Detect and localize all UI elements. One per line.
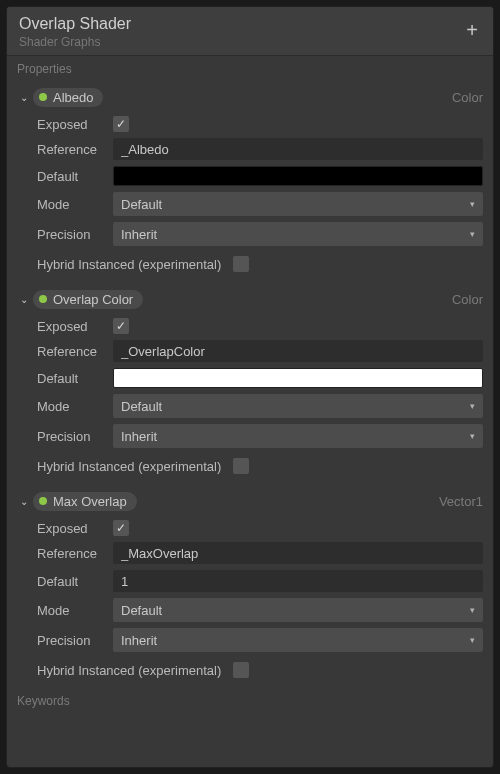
expand-toggle-icon[interactable]: ⌄ [17, 294, 31, 305]
property-row: ModeDefault▾ [37, 192, 483, 216]
property-row: Default [37, 166, 483, 186]
panel-subtitle: Shader Graphs [19, 35, 131, 49]
property-row: Exposed✓ [37, 318, 483, 334]
mode-value: Default [121, 603, 162, 618]
mode-dropdown[interactable]: Default▾ [113, 598, 483, 622]
exposed-checkbox[interactable]: ✓ [113, 520, 129, 536]
color-swatch[interactable] [113, 368, 483, 388]
reference-input[interactable] [113, 138, 483, 160]
row-label: Default [37, 169, 113, 184]
precision-value: Inherit [121, 227, 157, 242]
row-label: Mode [37, 197, 113, 212]
row-label: Mode [37, 399, 113, 414]
color-dot-icon [39, 497, 47, 505]
property-row: Reference [37, 138, 483, 160]
property-header: ⌄Max OverlapVector1 [17, 488, 483, 514]
row-label: Default [37, 371, 113, 386]
chevron-down-icon: ▾ [470, 229, 475, 239]
row-label: Reference [37, 142, 113, 157]
reference-input[interactable] [113, 542, 483, 564]
hybrid-checkbox[interactable] [233, 256, 249, 272]
titlebar: Overlap Shader Shader Graphs + [7, 7, 493, 56]
precision-value: Inherit [121, 429, 157, 444]
expand-toggle-icon[interactable]: ⌄ [17, 496, 31, 507]
mode-dropdown[interactable]: Default▾ [113, 192, 483, 216]
property-name: Albedo [53, 90, 93, 105]
row-label: Precision [37, 227, 113, 242]
hybrid-row: Hybrid Instanced (experimental) [37, 458, 483, 474]
row-label: Reference [37, 344, 113, 359]
reference-input[interactable] [113, 340, 483, 362]
add-button[interactable]: + [463, 21, 481, 39]
property-type: Color [452, 90, 483, 105]
property-block: ⌄Overlap ColorColorExposed✓ReferenceDefa… [7, 282, 493, 474]
row-label: Default [37, 574, 113, 589]
property-block: ⌄Max OverlapVector1Exposed✓ReferenceDefa… [7, 484, 493, 678]
precision-dropdown[interactable]: Inherit▾ [113, 424, 483, 448]
property-name: Max Overlap [53, 494, 127, 509]
shader-panel: Overlap Shader Shader Graphs + Propertie… [6, 6, 494, 768]
property-row: PrecisionInherit▾ [37, 424, 483, 448]
chevron-down-icon: ▾ [470, 605, 475, 615]
precision-dropdown[interactable]: Inherit▾ [113, 222, 483, 246]
mode-value: Default [121, 197, 162, 212]
hybrid-label: Hybrid Instanced (experimental) [37, 663, 221, 678]
chevron-down-icon: ▾ [470, 199, 475, 209]
property-type: Color [452, 292, 483, 307]
property-pill[interactable]: Max Overlap [33, 492, 137, 511]
panel-title: Overlap Shader [19, 15, 131, 33]
hybrid-checkbox[interactable] [233, 458, 249, 474]
property-row: Exposed✓ [37, 116, 483, 132]
chevron-down-icon: ▾ [470, 635, 475, 645]
property-name: Overlap Color [53, 292, 133, 307]
hybrid-row: Hybrid Instanced (experimental) [37, 256, 483, 272]
chevron-down-icon: ▾ [470, 401, 475, 411]
row-label: Exposed [37, 319, 113, 334]
expand-toggle-icon[interactable]: ⌄ [17, 92, 31, 103]
hybrid-row: Hybrid Instanced (experimental) [37, 662, 483, 678]
mode-value: Default [121, 399, 162, 414]
row-label: Exposed [37, 521, 113, 536]
hybrid-label: Hybrid Instanced (experimental) [37, 459, 221, 474]
property-row: PrecisionInherit▾ [37, 222, 483, 246]
row-label: Reference [37, 546, 113, 561]
property-type: Vector1 [439, 494, 483, 509]
property-row: Exposed✓ [37, 520, 483, 536]
color-dot-icon [39, 93, 47, 101]
property-row: Default [37, 368, 483, 388]
property-pill[interactable]: Overlap Color [33, 290, 143, 309]
property-row: Reference [37, 542, 483, 564]
row-label: Mode [37, 603, 113, 618]
exposed-checkbox[interactable]: ✓ [113, 116, 129, 132]
precision-dropdown[interactable]: Inherit▾ [113, 628, 483, 652]
property-block: ⌄AlbedoColorExposed✓ReferenceDefaultMode… [7, 80, 493, 272]
hybrid-label: Hybrid Instanced (experimental) [37, 257, 221, 272]
property-row: ModeDefault▾ [37, 394, 483, 418]
chevron-down-icon: ▾ [470, 431, 475, 441]
color-swatch[interactable] [113, 166, 483, 186]
hybrid-checkbox[interactable] [233, 662, 249, 678]
property-row: PrecisionInherit▾ [37, 628, 483, 652]
properties-section-label: Properties [7, 56, 493, 80]
row-label: Exposed [37, 117, 113, 132]
color-dot-icon [39, 295, 47, 303]
row-label: Precision [37, 633, 113, 648]
row-label: Precision [37, 429, 113, 444]
property-header: ⌄Overlap ColorColor [17, 286, 483, 312]
property-row: Reference [37, 340, 483, 362]
mode-dropdown[interactable]: Default▾ [113, 394, 483, 418]
property-pill[interactable]: Albedo [33, 88, 103, 107]
property-header: ⌄AlbedoColor [17, 84, 483, 110]
keywords-section-label: Keywords [7, 688, 493, 712]
property-row: Default [37, 570, 483, 592]
property-row: ModeDefault▾ [37, 598, 483, 622]
precision-value: Inherit [121, 633, 157, 648]
default-value-input[interactable] [113, 570, 483, 592]
exposed-checkbox[interactable]: ✓ [113, 318, 129, 334]
